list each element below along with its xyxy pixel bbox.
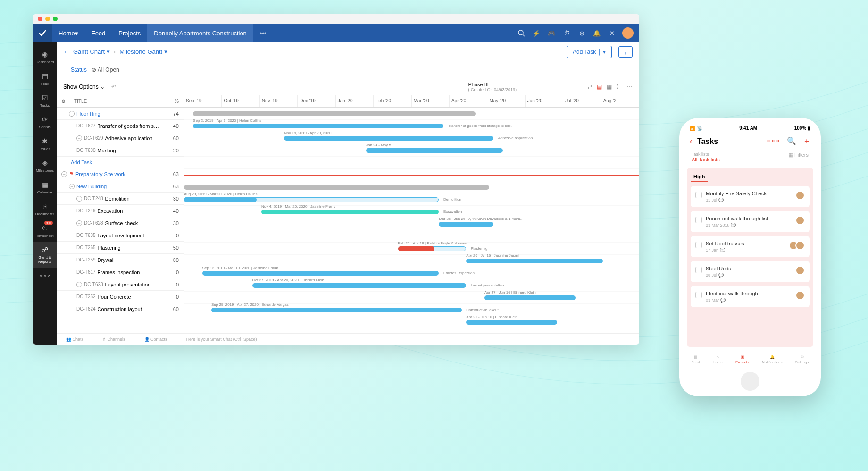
timer-icon[interactable]: ⏱ — [562, 28, 571, 38]
sidebar-dashboard[interactable]: ◉Dashboard — [33, 46, 57, 68]
plug-icon[interactable]: ⚡ — [532, 28, 541, 38]
task-row[interactable]: DC-T627Transfer of goods from s…40 — [57, 120, 184, 132]
phone-tab-settings[interactable]: ⚙Settings — [795, 355, 809, 364]
gantt-bar[interactable] — [466, 320, 557, 325]
task-row[interactable]: –DC-T248Demolition30 — [57, 193, 184, 205]
task-row[interactable]: –DC-T623Layout presentation0 — [57, 278, 184, 291]
user-avatar[interactable] — [622, 27, 634, 39]
phone-more-icon[interactable]: ∘∘∘ — [766, 136, 780, 146]
more-icon[interactable]: ⋯ — [627, 84, 633, 90]
fullscreen-icon[interactable]: ⛶ — [617, 84, 622, 90]
phone-home-button[interactable] — [741, 372, 760, 391]
task-row[interactable]: DC-T624Construction layout60 — [57, 303, 184, 315]
minimize-window-button[interactable] — [45, 17, 50, 21]
view-critical-icon[interactable]: ▤ — [597, 84, 602, 90]
gantt-bar[interactable] — [439, 222, 493, 227]
phone-task-card[interactable]: Monthly Fire Safety Check31 Jul 💬 — [691, 186, 810, 207]
task-row[interactable]: –⚑Preparatory Site work63 — [57, 168, 184, 180]
column-config-icon[interactable]: ⚙ — [61, 99, 66, 104]
sidebar-tasks[interactable]: ☑Tasks — [33, 90, 57, 111]
phone-tasklist-value[interactable]: All Task lists — [692, 157, 720, 162]
expand-icon[interactable]: – — [61, 171, 67, 177]
expand-icon[interactable]: – — [69, 184, 75, 189]
show-options-toggle[interactable]: Show Options ⌄ — [63, 84, 105, 90]
expand-icon[interactable]: – — [76, 135, 82, 141]
expand-icon[interactable]: – — [76, 220, 82, 226]
back-icon[interactable]: ← — [63, 48, 69, 55]
gantt-bar[interactable] — [202, 271, 439, 276]
breadcrumb-gantt[interactable]: Gantt Chart ▾ — [73, 48, 110, 55]
tools-icon[interactable]: ✕ — [607, 28, 617, 38]
gantt-bar[interactable] — [193, 111, 475, 116]
close-window-button[interactable] — [38, 17, 42, 21]
nav-feed[interactable]: Feed — [85, 24, 112, 42]
phone-task-card[interactable]: Steel Rods28 Jul 💬 — [691, 261, 810, 282]
search-icon[interactable] — [517, 28, 526, 38]
phone-task-card[interactable]: Set Roof trusses17 Jan 💬 — [691, 236, 810, 257]
task-row[interactable]: –DC-T628Surface check30 — [57, 217, 184, 229]
sidebar-calendar[interactable]: ▦Calendar — [33, 177, 57, 198]
gamepad-icon[interactable]: 🎮 — [547, 28, 556, 38]
sidebar-sprints[interactable]: ⟳Sprints — [33, 111, 57, 133]
gantt-bar[interactable] — [261, 210, 439, 214]
expand-icon[interactable]: – — [76, 196, 82, 202]
gantt-bar[interactable] — [398, 246, 434, 251]
sidebar-documents[interactable]: ⎘Documents — [33, 198, 57, 220]
task-row[interactable]: DC-T265Plastering50 — [57, 242, 184, 254]
phone-tab-projects[interactable]: ▣Projects — [735, 355, 749, 364]
checkbox[interactable] — [695, 217, 702, 223]
task-row[interactable]: DC-T252Pour Concrete0 — [57, 291, 184, 303]
nav-home[interactable]: Home ▾ — [52, 24, 85, 42]
gantt-bar[interactable] — [184, 185, 489, 190]
gantt-bar[interactable] — [484, 295, 576, 300]
phone-back-icon[interactable]: ‹ — [690, 136, 693, 146]
nav-more[interactable]: ••• — [253, 30, 273, 37]
task-row[interactable]: DC-T617Frames inspection0 — [57, 266, 184, 278]
sidebar-issues[interactable]: ✱Issues — [33, 133, 57, 155]
task-row[interactable]: DC-T249Excavation40 — [57, 205, 184, 217]
task-row[interactable]: –DC-T629Adhesive application60 — [57, 132, 184, 144]
gantt-bar[interactable] — [184, 175, 639, 176]
add-task-link[interactable]: Add Task — [57, 157, 184, 168]
checkbox[interactable] — [695, 267, 702, 273]
filter-button[interactable] — [618, 46, 633, 58]
phone-tab-feed[interactable]: ▤Feed — [692, 355, 700, 364]
gantt-bar[interactable] — [366, 148, 503, 153]
task-row[interactable]: –Floor tiling74 — [57, 108, 184, 120]
gantt-bar[interactable] — [466, 259, 603, 263]
maximize-window-button[interactable] — [53, 17, 58, 21]
gantt-bar[interactable] — [252, 283, 467, 288]
sidebar-more[interactable]: ∘∘∘ — [33, 268, 57, 284]
phone-filters[interactable]: ▦ Filters — [788, 152, 809, 162]
task-row[interactable]: DC-T259Drywall80 — [57, 254, 184, 266]
expand-icon[interactable]: – — [76, 282, 82, 287]
breadcrumb-milestone[interactable]: Milestone Gantt ▾ — [119, 48, 167, 55]
gantt-chart[interactable]: Sep '19Oct '19Nov '19Dec '19Jan '20Feb '… — [184, 95, 639, 333]
view-toggle-icon[interactable]: ⇄ — [587, 84, 592, 90]
add-icon[interactable]: ⊕ — [577, 28, 586, 38]
sidebar-timesheet[interactable]: 99+⏲Timesheet — [33, 220, 57, 242]
undo-icon[interactable]: ↶ — [111, 84, 116, 90]
bottom-contacts[interactable]: 👤 Contacts — [144, 337, 167, 342]
sidebar-milestones[interactable]: ◈Milestones — [33, 155, 57, 177]
phone-tab-notifications[interactable]: 🔔Notifications — [762, 355, 783, 364]
checkbox[interactable] — [695, 242, 702, 248]
sidebar-gantt[interactable]: ☍Gantt & Reports — [33, 242, 57, 268]
bottom-channels[interactable]: ⋔ Channels — [102, 337, 125, 342]
bell-icon[interactable]: 🔔 — [592, 28, 601, 38]
phone-add-icon[interactable]: ＋ — [803, 136, 810, 146]
gantt-bar[interactable] — [193, 124, 443, 128]
task-row[interactable]: DC-T630Marking20 — [57, 144, 184, 157]
gantt-bar[interactable] — [184, 197, 257, 202]
phone-search-icon[interactable]: 🔍 — [787, 136, 796, 146]
nav-current-project[interactable]: Donnelly Apartments Construction — [147, 24, 253, 42]
checkbox[interactable] — [695, 192, 702, 198]
task-row[interactable]: –New Building63 — [57, 180, 184, 193]
nav-projects[interactable]: Projects — [112, 24, 147, 42]
phone-task-card[interactable]: Punch-out walk through list23 Mar 2018 💬 — [691, 211, 810, 232]
phone-tab-home[interactable]: ⌂Home — [713, 355, 723, 364]
view-calendar-icon[interactable]: ▦ — [607, 84, 612, 90]
app-logo[interactable] — [33, 24, 52, 42]
bottom-chats[interactable]: 👥 Chats — [66, 337, 83, 342]
sidebar-feed[interactable]: ▤Feed — [33, 68, 57, 90]
